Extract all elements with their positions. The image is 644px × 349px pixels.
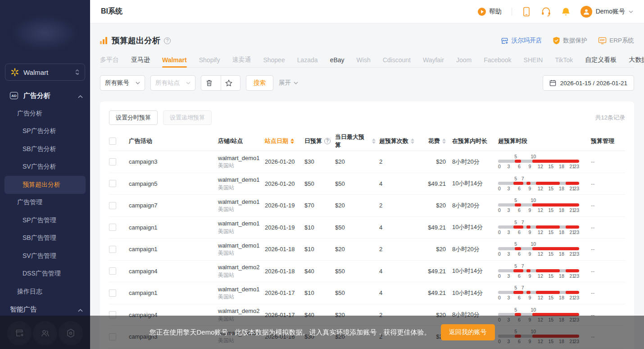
sidebar-item-ad-analysis[interactable]: 广告分析 xyxy=(0,105,90,123)
store-site: walmart_demo2美国站 xyxy=(218,263,260,279)
select-all-checkbox[interactable] xyxy=(109,138,116,145)
tab-ebay[interactable]: eBay xyxy=(330,52,345,68)
sidebar-item-operation-log[interactable]: 操作日志 xyxy=(0,283,90,301)
page-title: 预算超出分析 xyxy=(112,35,160,46)
column-label: 日预算 xyxy=(304,137,322,145)
timeline-labels: 510 xyxy=(498,154,579,160)
filter-bar: 所有账号 所有站点 xyxy=(100,75,634,91)
walmart-open-store-link[interactable]: 沃尔玛开店 xyxy=(500,37,542,45)
tab-aliexpress[interactable]: 速卖通 xyxy=(232,52,251,68)
help-button[interactable]: 帮助 xyxy=(478,8,502,16)
store-site: walmart_demo1美国站 xyxy=(218,285,260,301)
topbar-actions: 帮助 xyxy=(478,6,633,18)
sidebar-item-sb-ad-management[interactable]: SB广告管理 xyxy=(0,230,90,248)
delete-filter-button[interactable] xyxy=(201,76,221,90)
return-my-account-button[interactable]: 返回我的账号 xyxy=(441,324,495,340)
campaign-name[interactable]: campaign3 xyxy=(129,158,158,165)
row-checkbox[interactable] xyxy=(109,246,116,253)
sort-icon[interactable] xyxy=(290,138,294,144)
store-name: walmart_demo1 xyxy=(218,176,260,184)
campaign-name[interactable]: campaign4 xyxy=(129,268,158,275)
tab-custom-dashboard[interactable]: 自定义看板 xyxy=(585,52,617,68)
sidebar-menu: AD 广告分析 广告分析SP广告分析SB广告分析SV广告分析预算超出分析广告管理… xyxy=(0,87,90,319)
support-headset-icon[interactable] xyxy=(541,7,551,17)
sidebar-item-sp-ad-management[interactable]: SP广告管理 xyxy=(0,211,90,230)
tab-facebook[interactable]: Facebook xyxy=(484,52,511,68)
set-hourly-budget-button[interactable]: 设置分时预算 xyxy=(109,110,158,125)
tab-joom[interactable]: Joom xyxy=(456,52,472,68)
help-circle-icon[interactable]: ? xyxy=(324,138,331,144)
overrun-timeline: 51003691215182123 xyxy=(498,197,579,213)
site-date-cell: 2026-01-18 xyxy=(265,246,304,253)
sort-icon[interactable] xyxy=(411,138,414,144)
tab-big-data-selection[interactable]: 大数据选品 xyxy=(629,52,644,68)
sidebar-item-sp-ad-analysis[interactable]: SP广告分析 xyxy=(0,123,90,141)
sidebar-item-ad-management[interactable]: 广告管理 xyxy=(0,194,90,212)
row-checkbox[interactable] xyxy=(109,180,116,187)
tab-shopee[interactable]: Shopee xyxy=(263,52,285,68)
mobile-app-icon[interactable] xyxy=(522,7,531,17)
tab-walmart[interactable]: Walmart xyxy=(162,52,187,68)
set-incremental-budget-button[interactable]: 设置递增预算 xyxy=(163,110,212,125)
sidebar-item-sb-ad-analysis[interactable]: SB广告分析 xyxy=(0,140,90,158)
tab-cdiscount[interactable]: Cdiscount xyxy=(383,52,411,68)
campaign-name[interactable]: campaign5 xyxy=(129,180,158,187)
sidebar-item-sv-ad-management[interactable]: SV广告管理 xyxy=(0,247,90,265)
overrun-segment xyxy=(566,182,579,185)
link-label: 沃尔玛开店 xyxy=(512,37,542,45)
column-header-manage: 预算管理 xyxy=(591,137,625,145)
tab-wish[interactable]: Wish xyxy=(357,52,371,68)
expand-label: 展开 xyxy=(279,79,291,87)
sort-icon[interactable] xyxy=(372,138,376,144)
sidebar-item-sv-ad-analysis[interactable]: SV广告分析 xyxy=(0,158,90,176)
account-label: Demo账号 xyxy=(596,8,625,16)
row-checkbox[interactable] xyxy=(109,224,116,231)
in-budget-duration-cell: 8小时20分 xyxy=(452,202,498,210)
sort-icon[interactable] xyxy=(442,138,446,144)
site-name: 美国站 xyxy=(218,184,260,191)
expand-toggle[interactable]: 展开 xyxy=(279,79,298,87)
campaign-name[interactable]: campaign1 xyxy=(129,246,158,253)
table-row: campaign1walmart_demo1美国站2026-01-19$10$5… xyxy=(109,217,625,239)
overrun-timeline: 51003691215182123 xyxy=(498,154,579,170)
search-button[interactable]: 搜索 xyxy=(246,75,273,91)
overrun-segment xyxy=(536,225,560,229)
account-menu[interactable]: Demo账号 xyxy=(581,6,633,18)
store-site-cell: walmart_demo1美国站 xyxy=(218,220,265,235)
budget-manage-cell: -- xyxy=(591,224,625,231)
account-select[interactable]: 所有账号 xyxy=(100,75,145,91)
row-checkbox[interactable] xyxy=(109,158,116,165)
tab-amazon[interactable]: 亚马逊 xyxy=(131,52,150,68)
column-header-overrun_periods: 超预算时段 xyxy=(498,137,591,145)
tab-tiktok[interactable]: TikTok xyxy=(555,52,573,68)
tab-shopify[interactable]: Shopify xyxy=(199,52,220,68)
max-budget-cell: $50 xyxy=(335,224,379,231)
daily-budget-cell: $10 xyxy=(304,289,335,296)
favorite-filter-button[interactable] xyxy=(221,76,240,90)
tab-shein[interactable]: SHEIN xyxy=(524,52,543,68)
campaign-name[interactable]: campaign1 xyxy=(129,289,158,296)
sidebar-section-ad-analysis[interactable]: AD 广告分析 xyxy=(0,87,90,105)
topbar: BI系统 帮助 xyxy=(90,0,644,23)
platform-selector[interactable]: Walmart xyxy=(5,64,85,81)
erp-system-link[interactable]: ERP ERP系统 xyxy=(598,37,634,45)
date-range-picker[interactable]: 2026-01-15 / 2026-01-21 xyxy=(543,75,634,91)
row-checkbox[interactable] xyxy=(109,202,116,209)
tab-lazada[interactable]: Lazada xyxy=(297,52,318,68)
header-checkbox-cell xyxy=(109,138,129,145)
row-checkbox[interactable] xyxy=(109,289,116,297)
overrun-segment xyxy=(566,225,579,229)
tab-multi-platform[interactable]: 多平台 xyxy=(100,52,119,68)
campaign-name[interactable]: campaign7 xyxy=(129,202,158,209)
site-select[interactable]: 所有站点 xyxy=(150,75,195,91)
data-protection-link[interactable]: 数据保护 xyxy=(553,37,587,45)
sidebar-item-budget-overrun-analysis[interactable]: 预算超出分析 xyxy=(5,176,86,194)
sidebar-item-dss-ad-management[interactable]: DSS广告管理 xyxy=(0,265,90,283)
overrun-segment xyxy=(566,291,579,294)
row-checkbox[interactable] xyxy=(109,267,116,275)
help-circle-icon[interactable]: ? xyxy=(164,37,171,44)
campaign-name[interactable]: campaign1 xyxy=(129,224,158,231)
timeline-axis: 03691215182123 xyxy=(498,273,579,279)
tab-wayfair[interactable]: Wayfair xyxy=(423,52,444,68)
notifications-bell-icon[interactable] xyxy=(561,7,571,17)
